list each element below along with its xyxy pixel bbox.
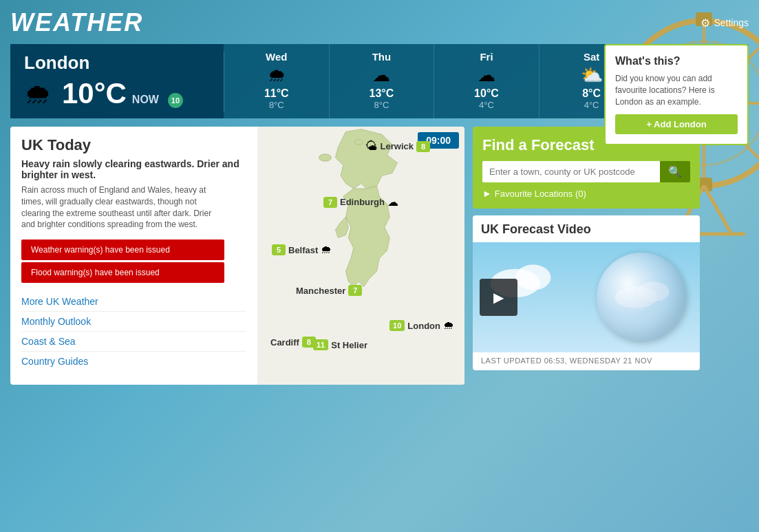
belfast-badge: 5: [272, 244, 286, 255]
left-text-col: UK Today Heavy rain slowly clearing east…: [10, 127, 258, 385]
forecast-video-box: UK Forecast Video: [473, 215, 700, 370]
lerwick-weather-icon: 🌤: [365, 139, 378, 153]
uk-today-subtitle: Heavy rain slowly clearing eastwards. Dr…: [21, 158, 246, 180]
location-name: London: [24, 52, 210, 74]
temp-low-sat: 4°C: [584, 100, 599, 110]
current-location-panel: London 🌧 10°C NOW 10: [10, 44, 224, 118]
chevron-right-icon: ►: [482, 188, 492, 199]
city-belfast: 5 Belfast 🌧: [272, 244, 332, 256]
search-icon: 🔍: [668, 166, 682, 178]
day-label-fri: Fri: [480, 51, 493, 63]
forecast-video-title: UK Forecast Video: [473, 215, 700, 242]
city-lerwick: 🌤 Lerwick 8: [365, 139, 430, 153]
now-label: NOW: [132, 94, 159, 106]
current-temp: 10°C: [62, 77, 127, 110]
cardiff-name: Cardiff: [270, 337, 299, 348]
city-london: 10 London 🌧: [389, 319, 454, 332]
map-column: 09:00: [258, 127, 464, 385]
day-icon-thu: ☁: [372, 66, 390, 84]
favourite-label: Favourite Locations (0): [495, 189, 586, 199]
site-logo: WEATHER: [10, 8, 143, 37]
coast-and-sea-link[interactable]: Coast & Sea: [21, 332, 246, 352]
video-thumbnail: ▶: [473, 242, 700, 352]
whats-this-text: Did you know you can add favourite locat…: [615, 73, 738, 107]
city-manchester: Manchester 7: [296, 285, 362, 296]
search-button[interactable]: 🔍: [660, 161, 690, 182]
day-icon-wed: 🌧: [268, 66, 286, 84]
whats-this-popup: What's this? Did you know you can add fa…: [604, 44, 749, 145]
left-panel: UK Today Heavy rain slowly clearing east…: [10, 127, 464, 385]
london-weather-icon: 🌧: [443, 319, 454, 332]
manchester-badge: 7: [348, 285, 362, 296]
temp-high-thu: 13°C: [370, 87, 394, 100]
forecast-day-fri: Fri ☁ 10°C 4°C: [434, 44, 539, 118]
add-london-button[interactable]: + Add London: [615, 114, 738, 134]
city-cardiff: Cardiff 8: [270, 337, 316, 348]
gear-icon: ⚙: [701, 17, 710, 30]
temp-high-sat: 8°C: [582, 87, 601, 100]
temp-low-thu: 8°C: [374, 100, 389, 110]
search-row: 🔍: [482, 161, 690, 182]
svg-point-15: [354, 140, 363, 145]
svg-point-19: [515, 265, 551, 290]
current-weather-icon: 🌧: [24, 78, 52, 109]
temp-low-fri: 4°C: [479, 100, 494, 110]
edinburgh-weather-icon: ☁: [387, 195, 398, 209]
edinburgh-badge: 7: [323, 197, 337, 208]
settings-label: Settings: [714, 17, 749, 28]
belfast-name: Belfast: [288, 245, 318, 255]
day-label-wed: Wed: [266, 51, 287, 63]
uk-today-description: Rain across much of England and Wales, h…: [21, 184, 221, 231]
whats-this-title: What's this?: [615, 55, 738, 67]
belfast-weather-icon: 🌧: [321, 244, 332, 256]
current-weather-row: 🌧 10°C NOW 10: [24, 77, 210, 110]
city-edinburgh: 7 Edinburgh ☁: [323, 195, 398, 209]
day-icon-sat: ⛅: [581, 66, 603, 84]
london-badge: 10: [389, 320, 405, 331]
monthly-outlook-link[interactable]: Monthly Outlook: [21, 312, 246, 332]
crystal-ball: [597, 253, 686, 342]
header: WEATHER ⚙ Settings: [10, 8, 749, 37]
more-uk-weather-link[interactable]: More UK Weather: [21, 292, 246, 312]
uk-today-title: UK Today: [21, 136, 246, 154]
day-label-sat: Sat: [584, 51, 599, 63]
svg-point-16: [319, 154, 331, 162]
day-icon-fri: ☁: [478, 66, 495, 84]
play-icon: ▶: [493, 290, 504, 305]
main-content: UK Today Heavy rain slowly clearing east…: [10, 127, 749, 385]
uv-badge: 10: [168, 93, 183, 108]
temp-high-fri: 10°C: [474, 87, 499, 100]
video-play-button[interactable]: ▶: [480, 279, 517, 316]
city-st-helier: 11 St Helier: [313, 339, 367, 350]
lerwick-badge: 8: [416, 141, 430, 152]
weather-strip: London 🌧 10°C NOW 10 Wed 🌧 11°C 8°C: [10, 44, 749, 118]
uk-today-header: UK Today Heavy rain slowly clearing east…: [21, 136, 246, 237]
weather-warning-button[interactable]: Weather warning(s) have been issued: [21, 240, 224, 260]
country-guides-link[interactable]: Country Guides: [21, 352, 246, 371]
flood-warning-button[interactable]: Flood warning(s) have been issued: [21, 262, 224, 283]
temp-high-wed: 11°C: [264, 87, 289, 100]
favourite-locations-link[interactable]: ► Favourite Locations (0): [482, 188, 690, 199]
forecast-day-wed: Wed 🌧 11°C 8°C: [224, 44, 330, 118]
st-helier-name: St Helier: [331, 340, 367, 350]
nav-links: More UK Weather Monthly Outlook Coast & …: [21, 285, 246, 378]
lerwick-name: Lerwick: [381, 141, 414, 151]
manchester-name: Manchester: [296, 286, 345, 296]
forecast-day-thu: Thu ☁ 13°C 8°C: [330, 44, 435, 118]
st-helier-badge: 11: [313, 339, 328, 350]
day-label-thu: Thu: [372, 51, 392, 63]
london-name: London: [407, 321, 440, 331]
search-input[interactable]: [482, 161, 660, 182]
temp-low-wed: 8°C: [269, 100, 284, 110]
video-updated-time: LAST UPDATED 06:53, WEDNESDAY 21 NOV: [473, 352, 700, 370]
edinburgh-name: Edinburgh: [340, 197, 385, 207]
settings-button[interactable]: ⚙ Settings: [701, 17, 749, 30]
temp-now: 10°C NOW 10: [62, 77, 183, 110]
right-panel: Find a Forecast 🔍 ► Favourite Locations …: [473, 127, 700, 385]
